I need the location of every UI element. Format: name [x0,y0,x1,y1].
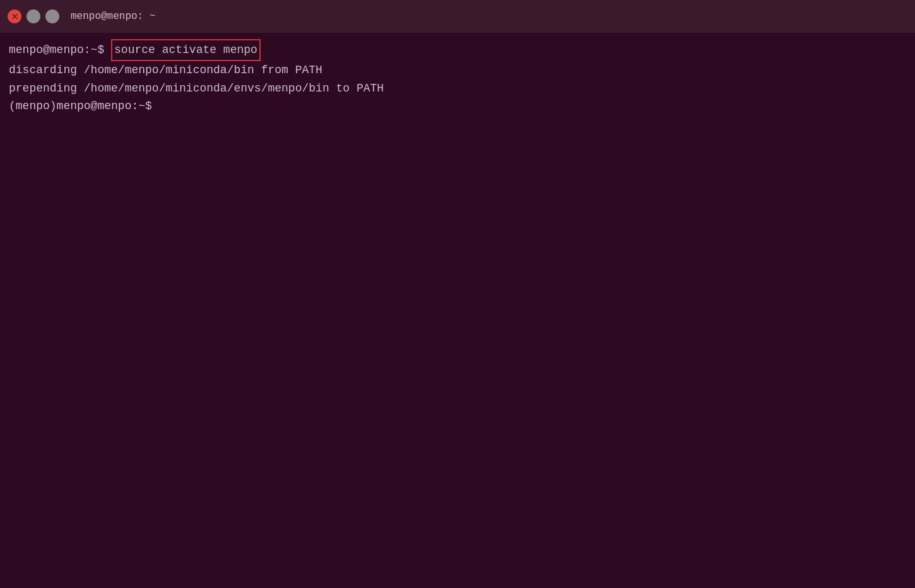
output-line-1: discarding /home/menpo/miniconda/bin fro… [9,61,906,79]
window-title: menpo@menpo: ~ [71,11,155,22]
prompt2: (menpo)menpo@menpo:~$ [9,97,159,115]
prompt1: menpo@menpo:~$ [9,41,111,59]
terminal-body: menpo@menpo:~$ source activate menpo dis… [0,33,915,588]
maximize-button[interactable] [45,9,59,23]
window-controls: ✕ [8,9,59,23]
new-prompt-line: (menpo)menpo@menpo:~$ [9,97,906,115]
output-line-2: prepending /home/menpo/miniconda/envs/me… [9,79,906,98]
minimize-button[interactable] [27,9,40,23]
command-highlighted: source activate menpo [111,39,261,61]
close-button[interactable]: ✕ [8,9,21,23]
close-icon: ✕ [11,12,18,21]
titlebar: ✕ menpo@menpo: ~ [0,0,915,33]
command-line: menpo@menpo:~$ source activate menpo [9,39,906,61]
